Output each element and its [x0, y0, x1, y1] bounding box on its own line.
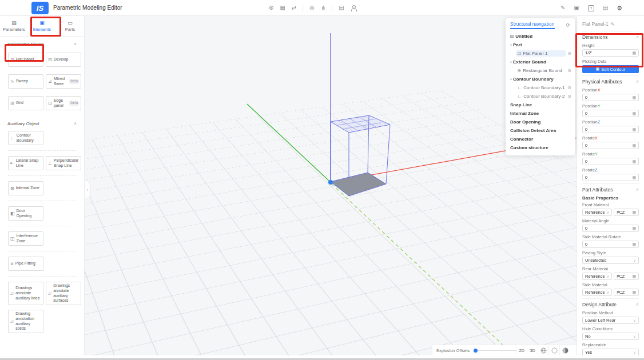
wireframe-mode-button[interactable] [548, 345, 559, 355]
section-parametric-model[interactable]: Parametric Model ∧ [0, 37, 84, 51]
calculator-icon[interactable]: ▦ [632, 242, 636, 247]
tree-group-snap-line[interactable]: Snap Line [506, 101, 575, 109]
panel-collapse-icon[interactable]: ⟳ [566, 22, 570, 28]
design-attribute-header[interactable]: Design Attribute ∧ [582, 299, 639, 309]
calculator-icon[interactable]: ▦ [632, 95, 636, 100]
calculator-icon[interactable]: ▦ [632, 51, 636, 55]
rotate-y-input[interactable] [585, 159, 630, 164]
position-method-select[interactable]: Lower Left Rear ∨ [582, 317, 639, 324]
viewport-3d[interactable]: ‹ Explosion Offsets 2D 3D [85, 16, 577, 355]
calculator-icon[interactable]: ▦ [632, 210, 636, 215]
rotate-z-input[interactable] [585, 175, 630, 180]
slider-thumb[interactable] [474, 349, 478, 353]
explosion-offsets-slider[interactable] [474, 347, 516, 353]
side-material-rotate-input[interactable] [585, 242, 630, 247]
tree-item-flat-panel-1[interactable]: ⊡ Flat Panel-1 ⊙ [506, 49, 575, 58]
hierarchy-icon[interactable]: ⋔ [321, 5, 325, 11]
tree-group-door-opening[interactable]: Door Opening [506, 118, 575, 126]
hide-conditions-select[interactable]: No ∨ [582, 333, 639, 340]
document-icon[interactable]: ▤ [339, 5, 344, 11]
calculator-icon[interactable]: ▦ [632, 290, 636, 295]
position-y-input[interactable] [585, 111, 630, 116]
lateral-snap-line-button[interactable]: ⇤ Lateral Snap Line [8, 156, 43, 170]
height-input[interactable] [585, 50, 630, 55]
tree-item-contour-boundary-2[interactable]: ∟ Contour Boundary-2 ⊙ [506, 92, 575, 101]
perspective-view-button[interactable] [538, 345, 548, 355]
position-x-input[interactable] [585, 95, 630, 100]
perpendicular-snap-line-button[interactable]: ⊥ Perpendicular Snap Line [46, 156, 81, 170]
drawing-annotation-solids-button[interactable]: ▱ Drawing annotation auxiliary solids [8, 310, 43, 333]
swap-icon[interactable]: ⇄ [292, 5, 296, 11]
flat-panel-button[interactable]: ⊡ Flat Panel [8, 53, 43, 67]
calculator-icon[interactable]: ▦ [632, 143, 636, 148]
calculator-icon[interactable]: ▦ [632, 274, 636, 279]
tree-group-exterior-bound[interactable]: ▾ Exterior Bound [506, 58, 575, 66]
file-icon[interactable]: ▤ [603, 5, 608, 11]
tree-item-contour-boundary-1[interactable]: ∟ Contour Boundary-1 ⊙ [506, 83, 575, 92]
pipe-fitting-button[interactable]: ⊎ Pipe Fitting [8, 257, 43, 271]
tree-group-connector[interactable]: Connector [506, 135, 575, 143]
tree-group-internal-zone[interactable]: Internal Zone [506, 109, 575, 118]
tab-parameters[interactable]: ▤ Parameters [0, 16, 28, 36]
view-2d-button[interactable]: 2D [516, 345, 527, 355]
tree-group-part[interactable]: ▾ Part [506, 41, 575, 49]
tree-group-collision-detect-area[interactable]: Collision Detect Area [506, 126, 575, 135]
tree-group-custom-structure[interactable]: Custom structure [506, 143, 575, 152]
edge-panel-button[interactable]: ⊡ Edge panel beta [46, 96, 81, 110]
calculator-icon[interactable]: ▦ [632, 111, 636, 116]
grid-button[interactable]: ⊞ Grid [8, 96, 43, 110]
eye-icon[interactable]: ⊙ [567, 85, 571, 90]
physical-attributes-header[interactable]: Physical Attributes ∧ [582, 77, 639, 86]
part-attributes-header[interactable]: Part Attributes ∧ [582, 185, 639, 194]
view-3d-button[interactable]: 3D [527, 345, 538, 355]
shaded-mode-button[interactable] [559, 345, 570, 355]
drawings-annotate-surfaces-button[interactable]: ▱ Drawings annotate auxiliary surfaces [46, 282, 81, 305]
door-opening-button[interactable]: ◧ Door Opening [8, 206, 43, 221]
side-material-input[interactable] [617, 290, 630, 295]
app-logo[interactable]: IS [31, 2, 49, 14]
material-angle-input[interactable] [585, 226, 630, 231]
tab-parts[interactable]: ▭ Parts [56, 16, 84, 36]
calculator-icon[interactable]: ▦ [632, 175, 636, 180]
tree-item-untitled[interactable]: ⊟ Untitled [506, 32, 575, 41]
calculator-icon[interactable]: ▦ [632, 159, 636, 164]
front-material-input[interactable] [617, 210, 630, 215]
grid-view-icon[interactable]: ▦ [280, 5, 285, 11]
drawings-annotate-lines-button[interactable]: ▱ Drawings annotate auxiliary lines [8, 282, 43, 305]
tree-item-rectangular-bound[interactable]: ⊕ Rectangular Bound ⊙ [506, 66, 575, 75]
mitred-sweep-button[interactable]: ⊿ Mitred Swee beta [46, 74, 81, 89]
internal-zone-button[interactable]: ⊠ Internal Zone [8, 181, 43, 195]
front-material-select[interactable]: Reference ∨ [582, 209, 612, 216]
ring-icon[interactable]: ◎ [309, 5, 315, 11]
edit-contour-button[interactable]: ▣ Edit Contour [582, 65, 639, 73]
user-icon[interactable] [351, 5, 356, 11]
contour-boundary-button[interactable]: ∟ Contour Boundary [8, 131, 43, 145]
settings-icon[interactable]: ⚙ [617, 5, 622, 11]
tab-elements[interactable]: ▣ Elements [28, 16, 56, 36]
rotate-x-input[interactable] [585, 143, 630, 148]
interference-zone-button[interactable]: ◫ Interference Zone [8, 231, 43, 246]
develop-button[interactable]: ⊟ Develop [46, 53, 81, 67]
calculator-icon[interactable]: ▦ [632, 127, 636, 132]
eye-icon[interactable]: ⊙ [567, 51, 571, 56]
calculator-icon[interactable]: ▦ [632, 226, 636, 231]
pencil-icon[interactable]: ✎ [560, 5, 565, 11]
eye-icon[interactable]: ⊙ [567, 68, 571, 73]
side-material-select[interactable]: Reference ∨ [582, 289, 612, 296]
help-icon[interactable]: ? [588, 5, 594, 11]
paving-style-select[interactable]: Unselected ∨ [582, 257, 639, 264]
sweep-button[interactable]: ∿ Sweep [8, 74, 43, 89]
rename-pencil-icon[interactable]: ✎ [611, 22, 615, 27]
image-icon[interactable]: ▣ [574, 5, 579, 11]
structural-navigation-title[interactable]: Structural navigation [510, 21, 555, 29]
flat-panel-solid[interactable] [331, 173, 386, 196]
position-z-input[interactable] [585, 127, 630, 132]
section-auxiliary-object[interactable]: Auxiliary Object ∧ [0, 116, 84, 131]
eye-icon[interactable]: ⊙ [567, 94, 571, 99]
rear-material-input[interactable] [617, 274, 630, 279]
component-icon[interactable]: ⊛ [269, 5, 273, 11]
dimensions-header[interactable]: Dimensions ∧ [582, 32, 639, 42]
origin-point[interactable] [328, 180, 333, 185]
tree-group-contour-boundary[interactable]: ▾ Contour Boundary [506, 75, 575, 83]
rear-material-select[interactable]: Reference ∨ [582, 273, 612, 280]
